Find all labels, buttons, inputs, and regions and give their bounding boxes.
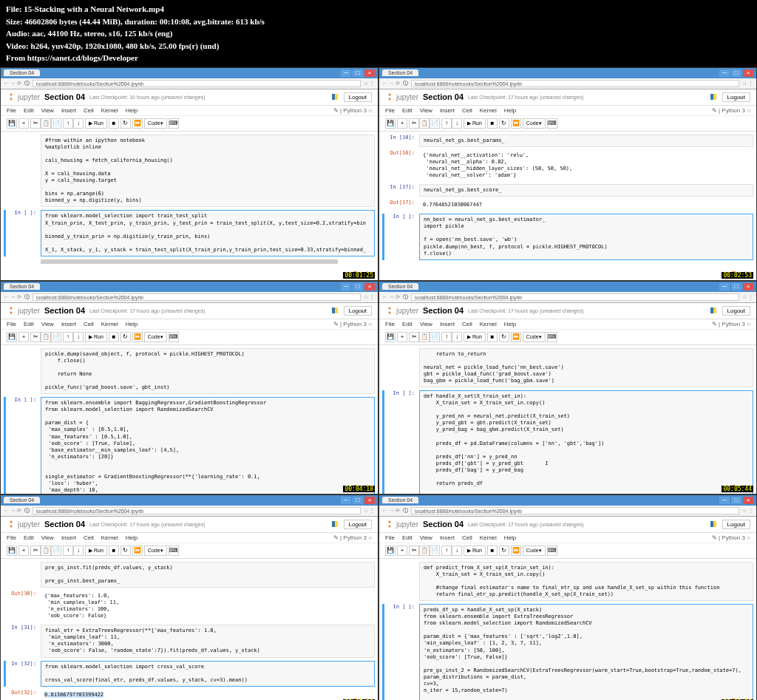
notebook-area[interactable]: In [10]:neural_net_gs.best_params_ Out[1…	[379, 132, 756, 280]
window-maximize[interactable]: □	[731, 283, 741, 290]
logout-button[interactable]: Logout	[344, 92, 372, 102]
cut-icon[interactable]: ✂	[409, 332, 419, 342]
stop-icon[interactable]: ■	[487, 332, 498, 342]
window-minimize[interactable]: ─	[719, 69, 730, 77]
code-cell[interactable]: def predict_from_X_set_sp(X_train_set_in…	[419, 562, 753, 601]
browser-tab[interactable]: Section 04	[382, 69, 418, 76]
notebook-area[interactable]: #from within an ipython notebook %matplo…	[1, 132, 378, 280]
save-icon[interactable]: 💾	[7, 118, 17, 129]
move-up-icon[interactable]: ↑	[63, 546, 73, 556]
copy-icon[interactable]: 📋	[41, 332, 51, 342]
save-icon[interactable]: 💾	[385, 546, 396, 556]
code-cell[interactable]: neural_net_gs.best_params_	[419, 135, 753, 147]
browser-tab[interactable]: Section 04	[4, 283, 40, 290]
run-button[interactable]: ▶ Run	[85, 332, 107, 342]
menu-cell[interactable]: Cell	[462, 534, 472, 541]
jupyter-logo[interactable]: jupyter	[7, 306, 40, 315]
command-palette-icon[interactable]: ⌨	[169, 118, 179, 129]
cut-icon[interactable]: ✂	[30, 546, 41, 556]
move-down-icon[interactable]: ↓	[73, 546, 84, 556]
url-input[interactable]: localhost:8888/notebooks/Section%2004.ip…	[33, 293, 361, 301]
stop-icon[interactable]: ■	[487, 118, 498, 129]
code-cell[interactable]: from sklearn.model_selection import cros…	[41, 661, 375, 687]
menu-help[interactable]: Help	[504, 107, 516, 114]
menu-help[interactable]: Help	[504, 534, 516, 541]
cell-type-select[interactable]: Code ▾	[523, 118, 546, 129]
forward-icon[interactable]: →	[389, 81, 394, 86]
menu-edit[interactable]: Edit	[24, 107, 34, 114]
cell-type-select[interactable]: Code ▾	[144, 118, 167, 129]
menu-insert[interactable]: Insert	[61, 534, 76, 541]
add-cell-icon[interactable]: +	[397, 118, 407, 129]
copy-icon[interactable]: 📋	[41, 118, 51, 129]
restart-icon[interactable]: ↻	[120, 332, 131, 342]
menu-file[interactable]: File	[7, 534, 16, 541]
fast-forward-icon[interactable]: ⏩	[132, 118, 143, 129]
forward-icon[interactable]: →	[389, 508, 394, 514]
command-palette-icon[interactable]: ⌨	[547, 118, 557, 129]
cut-icon[interactable]: ✂	[409, 546, 419, 556]
add-cell-icon[interactable]: +	[397, 332, 407, 342]
move-up-icon[interactable]: ↑	[63, 332, 73, 342]
menu-cell[interactable]: Cell	[84, 107, 94, 114]
window-minimize[interactable]: ─	[341, 283, 351, 290]
jupyter-logo[interactable]: jupyter	[7, 520, 40, 529]
paste-icon[interactable]: 📄	[430, 332, 440, 342]
window-close[interactable]: ×	[364, 69, 375, 77]
menu-insert[interactable]: Insert	[440, 534, 455, 541]
run-button[interactable]: ▶ Run	[464, 546, 486, 556]
browser-tab[interactable]: Section 04	[4, 69, 40, 76]
window-close[interactable]: ×	[743, 497, 753, 504]
forward-icon[interactable]: →	[10, 81, 16, 86]
menu-kernel[interactable]: Kernel	[480, 321, 497, 327]
paste-icon[interactable]: 📄	[430, 546, 440, 556]
save-icon[interactable]: 💾	[385, 332, 396, 342]
menu-insert[interactable]: Insert	[61, 321, 76, 327]
stop-icon[interactable]: ■	[109, 546, 119, 556]
menu-kernel[interactable]: Kernel	[480, 534, 497, 541]
save-icon[interactable]: 💾	[7, 332, 17, 342]
reload-icon[interactable]: ⟳	[396, 81, 400, 86]
cut-icon[interactable]: ✂	[30, 332, 41, 342]
add-cell-icon[interactable]: +	[18, 546, 29, 556]
forward-icon[interactable]: →	[10, 508, 16, 514]
restart-icon[interactable]: ↻	[120, 546, 131, 556]
move-down-icon[interactable]: ↓	[452, 332, 462, 342]
logout-button[interactable]: Logout	[722, 520, 750, 529]
code-cell[interactable]: preds_df_sp = handle_X_set_sp(X_stack) f…	[419, 604, 753, 700]
code-cell[interactable]: from sklearn.model_selection import trai…	[41, 210, 375, 256]
fast-forward-icon[interactable]: ⏩	[511, 332, 521, 342]
move-up-icon[interactable]: ↑	[441, 546, 452, 556]
window-close[interactable]: ×	[364, 497, 375, 504]
window-close[interactable]: ×	[743, 283, 753, 290]
code-cell[interactable]: #from within an ipython notebook %matplo…	[41, 135, 375, 208]
notebook-area[interactable]: pickle.dump(saved_object, f, protocol = …	[1, 345, 378, 494]
paste-icon[interactable]: 📄	[51, 332, 61, 342]
command-palette-icon[interactable]: ⌨	[547, 332, 557, 342]
window-minimize[interactable]: ─	[341, 497, 351, 504]
url-input[interactable]: localhost:8888/notebooks/Section%2004.ip…	[33, 507, 361, 514]
menu-edit[interactable]: Edit	[24, 534, 34, 541]
window-maximize[interactable]: □	[353, 497, 363, 504]
code-cell[interactable]: final_etr = ExtraTreesRegressor(**{'max_…	[41, 625, 375, 657]
fast-forward-icon[interactable]: ⏩	[132, 546, 143, 556]
back-icon[interactable]: ←	[382, 294, 387, 300]
code-cell[interactable]: def handle_X_set(X_train_set_in): X_trai…	[419, 390, 753, 494]
window-maximize[interactable]: □	[731, 69, 741, 77]
window-close[interactable]: ×	[743, 69, 753, 77]
paste-icon[interactable]: 📄	[51, 118, 61, 129]
reload-icon[interactable]: ⟳	[17, 508, 21, 514]
window-maximize[interactable]: □	[353, 283, 363, 290]
command-palette-icon[interactable]: ⌨	[169, 332, 179, 342]
jupyter-logo[interactable]: jupyter	[7, 92, 40, 101]
notebook-title[interactable]: Section 04	[44, 520, 85, 529]
stop-icon[interactable]: ■	[487, 546, 498, 556]
menu-edit[interactable]: Edit	[24, 321, 34, 327]
cut-icon[interactable]: ✂	[409, 118, 419, 129]
back-icon[interactable]: ←	[382, 508, 387, 514]
menu-file[interactable]: File	[385, 107, 395, 114]
move-up-icon[interactable]: ↑	[441, 118, 452, 129]
run-button[interactable]: ▶ Run	[85, 546, 107, 556]
fast-forward-icon[interactable]: ⏩	[511, 546, 521, 556]
run-button[interactable]: ▶ Run	[85, 118, 107, 129]
